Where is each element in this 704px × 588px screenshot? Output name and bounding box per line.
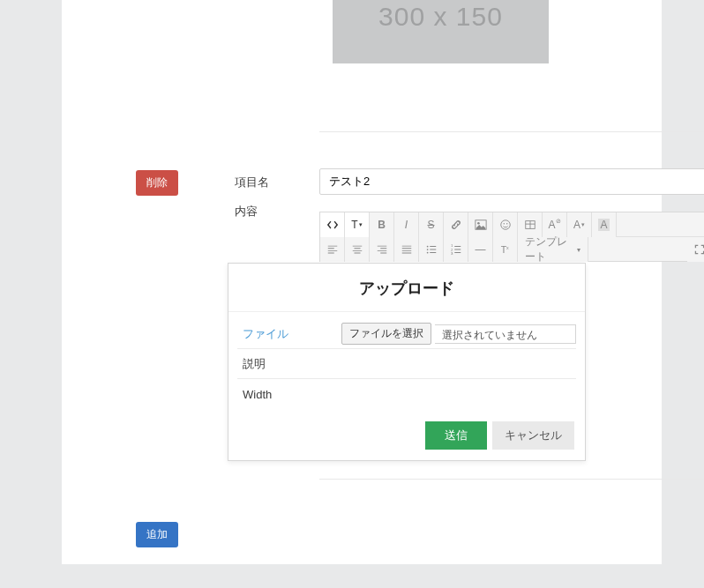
link-icon[interactable]: [444, 212, 468, 237]
description-label: 説明: [237, 356, 341, 372]
quote-icon[interactable]: Tx: [493, 237, 518, 262]
choose-file-button[interactable]: ファイルを選択: [341, 323, 431, 345]
table-icon[interactable]: [518, 212, 543, 237]
svg-text:3: 3: [450, 251, 453, 256]
bold-icon[interactable]: B: [370, 212, 394, 237]
submit-button[interactable]: 送信: [425, 421, 487, 450]
fullscreen-icon[interactable]: [687, 237, 704, 262]
template-dropdown[interactable]: テンプレート▾: [518, 237, 588, 262]
hr-icon[interactable]: —: [468, 237, 493, 262]
file-status-text: 選択されていません: [435, 324, 576, 344]
align-left-icon[interactable]: [320, 237, 345, 262]
delete-button[interactable]: 削除: [136, 170, 178, 196]
cancel-button[interactable]: キャンセル: [492, 421, 574, 450]
editor-toolbar: T▾ B I S A⊘ A▾ A 123 — Tx: [319, 212, 704, 262]
modal-title: アップロード: [228, 264, 585, 312]
placeholder-text: 300 x 150: [378, 2, 503, 32]
clear-format-icon[interactable]: A⊘: [543, 212, 567, 237]
svg-point-7: [426, 249, 428, 250]
align-right-icon[interactable]: [370, 237, 394, 262]
divider: [319, 479, 704, 480]
text-style-icon[interactable]: T▾: [345, 212, 370, 237]
italic-icon[interactable]: I: [394, 212, 419, 237]
image-placeholder: 300 x 150: [333, 0, 549, 63]
content-label: 内容: [235, 204, 258, 220]
ol-icon[interactable]: 123: [444, 237, 468, 262]
font-color-icon[interactable]: A▾: [567, 212, 592, 237]
svg-point-1: [477, 222, 480, 225]
item-name-input[interactable]: [319, 168, 704, 195]
width-input[interactable]: [341, 383, 576, 405]
description-input[interactable]: [341, 354, 576, 375]
file-label: ファイル: [237, 326, 341, 342]
svg-point-2: [500, 220, 510, 230]
width-field-row: Width: [237, 379, 576, 409]
svg-point-8: [426, 252, 428, 254]
upload-modal: アップロード ファイル ファイルを選択 選択されていません 説明 Width 送…: [228, 263, 586, 461]
image-icon[interactable]: [468, 212, 493, 237]
ul-icon[interactable]: [419, 237, 444, 262]
item-name-label: 項目名: [235, 175, 269, 190]
highlight-icon[interactable]: A: [592, 212, 617, 237]
svg-text:x: x: [506, 245, 508, 250]
divider: [319, 131, 704, 132]
svg-point-3: [503, 223, 504, 224]
svg-point-6: [426, 246, 428, 248]
svg-point-4: [506, 223, 507, 224]
description-field-row: 説明: [237, 349, 576, 379]
strikethrough-icon[interactable]: S: [419, 212, 444, 237]
align-justify-icon[interactable]: [394, 237, 419, 262]
add-button[interactable]: 追加: [136, 522, 178, 547]
code-view-icon[interactable]: [320, 212, 345, 237]
file-field-row: ファイル ファイルを選択 選択されていません: [237, 319, 576, 349]
align-center-icon[interactable]: [345, 237, 370, 262]
width-label: Width: [237, 388, 341, 401]
emoji-icon[interactable]: [493, 212, 518, 237]
